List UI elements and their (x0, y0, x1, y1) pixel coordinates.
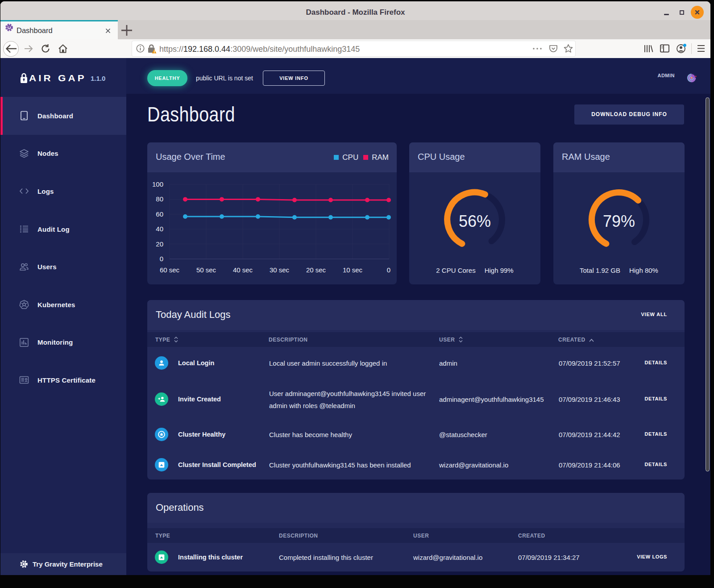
svg-text:0: 0 (160, 255, 163, 263)
svg-text:20: 20 (156, 240, 163, 248)
svg-text:40 sec: 40 sec (233, 266, 253, 274)
svg-text:40: 40 (156, 225, 163, 233)
svg-text:60 sec: 60 sec (160, 266, 180, 274)
svg-text:50 sec: 50 sec (196, 266, 216, 274)
svg-text:30 sec: 30 sec (270, 266, 290, 274)
svg-text:80: 80 (156, 195, 163, 203)
svg-text:0: 0 (387, 266, 390, 274)
svg-text:60: 60 (156, 210, 163, 218)
svg-text:10 sec: 10 sec (343, 266, 363, 274)
svg-text:100: 100 (152, 180, 163, 188)
svg-text:20 sec: 20 sec (306, 266, 326, 274)
